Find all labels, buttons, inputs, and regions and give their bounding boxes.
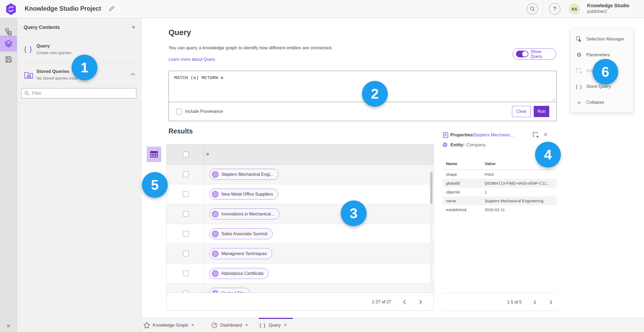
results-table-header: e (167, 144, 434, 165)
results-table: e Staplers Mechanical Engi... New Metal … (166, 144, 434, 311)
learn-more-link[interactable]: Learn more about Query (169, 57, 215, 62)
table-view-button[interactable] (147, 147, 161, 162)
knowledge-graph-icon (144, 322, 150, 329)
callout-badge-2: 2 (362, 81, 388, 107)
top-bar: Knowledge Studio Project ? KS Knowledge … (0, 0, 644, 18)
toggle-switch-icon (516, 51, 528, 57)
tab-query[interactable]: { } Query × (259, 318, 287, 332)
panel-title: Query Contents (24, 25, 60, 30)
query-item-subtitle: Create new queries (36, 50, 71, 55)
chevron-up-icon[interactable] (130, 73, 135, 76)
tab-dashboard[interactable]: Dashboard × (211, 318, 248, 332)
selection-manager-icon (575, 36, 583, 42)
callout-badge-3: 3 (341, 200, 367, 226)
close-tab-icon[interactable]: × (283, 322, 287, 328)
results-table-body: Staplers Mechanical Engi... New Metal Of… (167, 165, 434, 293)
table-row: Sales Associate Summit (167, 224, 434, 244)
select-all-checkbox[interactable] (183, 152, 189, 157)
avatar[interactable]: KS (569, 3, 580, 14)
properties-pagination-text: 1-5 of 5 (507, 300, 522, 305)
braces-icon: { } (24, 45, 32, 53)
results-scrollbar (430, 165, 433, 291)
scrollbar-thumb[interactable] (430, 172, 433, 204)
expand-rail-button[interactable]: » (0, 322, 17, 329)
callout-badge-4: 4 (535, 142, 561, 167)
save-rail-button[interactable] (0, 51, 17, 67)
gear-icon: ⚙ (575, 51, 583, 58)
resize-handle-icon[interactable] (552, 98, 555, 101)
knowledge-studio-app: Knowledge Studio Project ? KS Knowledge … (0, 0, 644, 332)
prev-page-button[interactable] (401, 299, 407, 305)
search-button[interactable] (527, 3, 538, 14)
row-checkbox[interactable] (183, 231, 189, 237)
panel-close-icon[interactable]: × (132, 24, 135, 31)
stored-queries-subtitle: No stored queries exist (36, 76, 78, 80)
callout-badge-1: 1 (72, 55, 97, 80)
table-row: Innovations in Mechanical... (167, 204, 434, 224)
left-icon-rail: » (0, 18, 17, 332)
row-checkbox[interactable] (183, 211, 189, 217)
help-icon: ? (553, 5, 556, 12)
menu-item-collapse[interactable]: » Collapse (571, 94, 633, 110)
bottom-tab-bar: Knowledge Graph × Dashboard × { } Query … (141, 318, 644, 332)
table-row: Managment Techniques (167, 244, 434, 264)
entity-dot-icon (212, 211, 218, 217)
table-row: New Metal Office Suppliers (167, 184, 434, 204)
clear-button[interactable]: Clear (512, 106, 531, 117)
property-row: name Staplers Mechanical Engineering (443, 196, 557, 205)
prev-page-button[interactable] (532, 299, 538, 305)
save-icon (5, 56, 12, 63)
main-content: Query You can query a knowledge graph to… (141, 18, 644, 318)
properties-entity-link[interactable]: Staplers Mechanic... (473, 132, 514, 138)
properties-header: Properties: Staplers Mechanic... × (443, 131, 557, 140)
help-button[interactable]: ? (549, 3, 560, 14)
entity-chip[interactable]: New Metal Office Suppliers (209, 189, 278, 200)
add-to-map-icon[interactable] (532, 131, 539, 138)
user-menu[interactable]: Knowledge Studio publisher2 (587, 3, 629, 14)
row-checkbox[interactable] (183, 271, 189, 276)
entity-chip[interactable]: Attendance Certificate (209, 268, 269, 279)
next-page-button[interactable] (548, 299, 554, 305)
name-column-header: Name (446, 161, 457, 166)
callout-badge-5: 5 (142, 172, 168, 198)
row-checkbox[interactable] (183, 251, 189, 256)
filter-input[interactable] (32, 91, 133, 96)
dashboard-icon (211, 322, 218, 329)
entity-chip[interactable]: Staplers Mechanical Engi... (209, 169, 279, 180)
entity-chip[interactable]: Sales Associate Summit (209, 228, 273, 239)
entity-dot-icon (443, 143, 447, 147)
next-page-button[interactable] (418, 299, 423, 305)
properties-label: Properties: (450, 132, 474, 138)
filter-search-icon (24, 91, 29, 96)
properties-table-body: shape Point globalid {5D9B4713-F98D-4A53… (443, 170, 557, 214)
search-icon (530, 6, 535, 12)
query-description: You can query a knowledge graph to ident… (169, 45, 332, 51)
entity-chip[interactable]: Firebird Title (209, 288, 250, 293)
row-checkbox[interactable] (183, 171, 189, 177)
show-query-toggle[interactable]: Show Query (513, 48, 556, 60)
table-row: Attendance Certificate (167, 264, 434, 283)
folder-icon (24, 70, 33, 79)
entity-chip[interactable]: Managment Techniques (209, 248, 272, 259)
include-provenance-checkbox[interactable] (176, 109, 182, 114)
entity-chip[interactable]: Innovations in Mechanical... (209, 208, 279, 219)
stored-queries-title: Stored Queries (36, 69, 69, 74)
menu-item-selection-manager[interactable]: Selection Manager (571, 31, 633, 47)
close-tab-icon[interactable]: × (245, 322, 249, 328)
row-checkbox[interactable] (183, 191, 189, 197)
close-tab-icon[interactable]: × (191, 322, 195, 328)
entity-dot-icon (212, 270, 218, 277)
user-name: Knowledge Studio (587, 3, 629, 9)
run-button[interactable]: Run (534, 106, 549, 117)
callout-badge-6: 6 (592, 59, 618, 85)
query-text: MATCH (e) RETURN e (174, 75, 224, 80)
edit-title-icon[interactable] (108, 5, 115, 12)
contents-rail-button[interactable] (0, 36, 17, 51)
entity-dot-icon (212, 231, 218, 237)
collapse-icon: » (575, 99, 583, 105)
topbar-divider (543, 0, 543, 18)
entity-dot-icon (212, 191, 218, 197)
properties-close-icon[interactable]: × (544, 131, 547, 138)
app-logo-icon[interactable] (5, 3, 17, 15)
tab-knowledge-graph[interactable]: Knowledge Graph × (144, 318, 195, 332)
